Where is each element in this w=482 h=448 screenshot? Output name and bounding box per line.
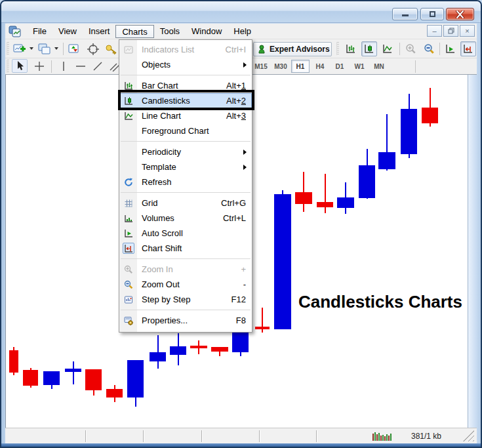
zoom-out-icon [123,279,134,290]
vertical-line-icon [59,61,68,71]
menu-item-indicators-list[interactable]: Indicators ListCtrl+I [119,42,252,57]
menu-item-periodicity[interactable]: Periodicity [119,144,252,159]
line-chart-button[interactable] [380,41,395,56]
menubar-item-file[interactable]: File [27,25,52,38]
timeframe-button-m15[interactable]: M15 [252,60,270,73]
child-close-button[interactable]: × [460,25,475,37]
menu-item-line-chart[interactable]: Line ChartAlt+3 [119,108,252,123]
toolbar-drag-handle[interactable] [336,42,339,55]
menu-item-refresh[interactable]: Refresh [119,174,252,190]
candle-body-down [317,202,333,207]
menubar-item-insert[interactable]: Insert [83,25,116,38]
new-chart-caret-icon[interactable] [30,47,33,50]
candle-wick [73,361,74,384]
candle-body-down [422,108,438,123]
child-minimize-button[interactable]: – [427,25,442,37]
timeframe-button-h1[interactable]: H1 [291,60,310,73]
close-button[interactable] [446,8,474,20]
menu-item-label: Chart Shift [142,243,182,253]
restore-icon [429,10,436,18]
order-window-button[interactable] [67,41,83,56]
trendline-tool-button[interactable] [90,59,105,73]
chart-shift-button[interactable] [460,41,476,56]
minimize-icon [401,11,409,17]
bar-chart-button[interactable] [343,41,359,56]
cursor-tool-button[interactable] [12,59,28,73]
status-bar: 381/1 kb [5,428,477,443]
title-bar[interactable] [1,1,481,23]
resize-grip[interactable] [463,430,474,441]
auto-scroll-icon [123,228,134,239]
line-chart-icon [382,43,393,55]
candle-body-up [127,360,144,397]
crosshair-target-icon [87,43,100,56]
menu-separator [121,192,251,193]
cursor-icon [14,60,25,71]
menu-item-label: Zoom Out [142,279,180,289]
menu-item-grid[interactable]: GridCtrl+G [119,195,252,211]
zoom-out-button[interactable] [421,41,437,56]
menu-item-auto-scroll[interactable]: Auto Scroll [119,226,252,241]
candle-body-up [337,197,354,208]
child-minimize-icon: – [432,27,436,35]
candle-body-up [274,194,291,329]
menu-item-shortcut: Alt+1 [226,81,246,91]
vertical-scrollbar[interactable] [468,75,477,428]
profiles-button[interactable] [37,41,52,56]
crosshair-target-button[interactable] [85,41,101,56]
menu-item-objects[interactable]: Objects [119,57,252,72]
horizontal-line-tool-button[interactable] [73,59,88,73]
crosshair-tool-button[interactable] [31,59,47,73]
close-icon [456,10,464,18]
statusbar-divider [201,430,202,442]
expert-advisors-button[interactable]: Expert Advisors [253,42,332,56]
menu-item-label: Volumes [142,213,174,223]
menu-item-zoom-out[interactable]: Zoom Out- [119,277,252,292]
menu-item-shortcut: - [243,279,246,289]
menubar-item-help[interactable]: Help [228,25,257,38]
menu-item-volumes[interactable]: VolumesCtrl+L [119,211,252,226]
new-chart-button[interactable] [12,41,28,56]
key-button[interactable] [104,41,119,56]
candle-body-up [65,369,81,372]
timeframe-button-mn[interactable]: MN [370,60,388,73]
menubar-item-window[interactable]: Window [186,25,228,38]
charts-menu-dropdown: Indicators ListCtrl+IObjectsBar ChartAlt… [119,39,252,333]
menu-item-shortcut: F8 [236,316,246,325]
timeframe-button-m30[interactable]: M30 [271,60,290,73]
candlesticks-button[interactable] [361,41,377,56]
menu-item-template[interactable]: Template [119,159,252,174]
candlesticks-highlight-box [118,90,254,110]
menu-item-label: Bar Chart [142,81,178,91]
zoom-out-icon [423,43,435,55]
child-close-icon: × [465,27,469,35]
zoom-in-button[interactable] [403,41,418,56]
menu-item-chart-shift[interactable]: Chart Shift [119,241,252,256]
menu-item-step-by-step[interactable]: Step by StepF12 [119,292,252,307]
child-restore-button[interactable] [443,25,458,37]
menu-item-properties[interactable]: Properties...F8 [119,313,252,328]
menu-item-foreground-chart[interactable]: Foreground Chart [119,123,252,138]
charts-menu-items: Indicators ListCtrl+IObjectsBar ChartAlt… [119,42,252,328]
chart-annotation: Candlesticks Charts [298,292,462,312]
candle-body-up [43,371,60,385]
restore-button[interactable] [420,8,444,20]
profiles-caret-icon[interactable] [54,47,58,50]
timeframe-button-d1[interactable]: D1 [331,60,349,73]
statusbar-divider [259,430,260,442]
menubar-item-view[interactable]: View [52,25,83,38]
timeframe-button-h4[interactable]: H4 [311,60,329,73]
menubar-item-tools[interactable]: Tools [154,25,186,38]
vertical-line-tool-button[interactable] [56,59,71,73]
auto-scroll-button[interactable] [443,41,458,56]
menu-separator [121,75,251,75]
toolbar-drag-handle[interactable] [7,60,9,73]
crosshair-icon [33,60,45,72]
menu-item-zoom-in[interactable]: Zoom In+ [119,262,252,277]
menubar-item-charts[interactable]: Charts [115,25,153,38]
toolbar-drag-handle[interactable] [7,42,9,55]
timeframe-button-w1[interactable]: W1 [350,60,369,73]
bar-chart-icon [345,43,357,55]
minimize-button[interactable] [392,8,418,20]
expert-advisor-icon [258,45,266,54]
